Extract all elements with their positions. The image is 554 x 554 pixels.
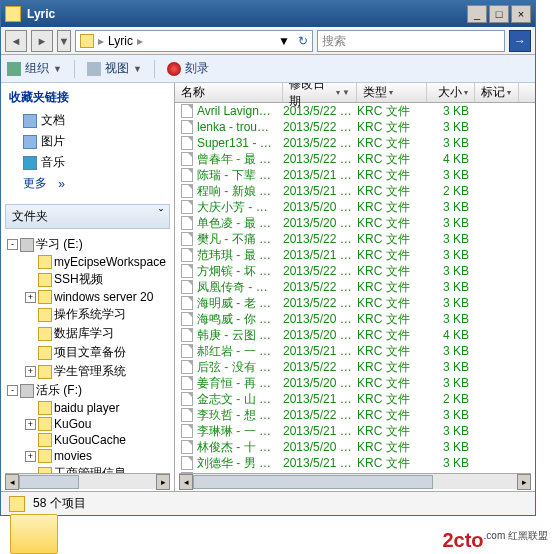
file-name: 方炯镔 - 坏 … — [197, 263, 283, 280]
file-rows[interactable]: Avril Lavign…2013/5/22 …KRC 文件3 KBlenka … — [175, 103, 535, 473]
column-headers: 名称 修改日期▾▼ 类型▾ 大小▾ 标记▾ — [175, 83, 535, 103]
tree-node[interactable]: +windows server 20 — [7, 289, 170, 305]
minimize-button[interactable]: _ — [467, 5, 487, 23]
tree-node[interactable]: -学习 (E:) — [7, 235, 170, 254]
file-date: 2013/5/21 … — [283, 168, 357, 182]
breadcrumb[interactable]: ▸ Lyric ▸ ▼ ↻ — [75, 30, 313, 52]
file-row[interactable]: 陈瑞 - 下辈 …2013/5/21 …KRC 文件3 KB — [175, 167, 535, 183]
watermark: 2cto.com 红黑联盟 — [442, 529, 548, 552]
fav-more[interactable]: 更多 » — [9, 173, 166, 194]
fav-music[interactable]: 音乐 — [9, 152, 166, 173]
go-button[interactable]: → — [509, 30, 531, 52]
file-name: Super131 - … — [197, 136, 283, 150]
file-row[interactable]: lenka - trou…2013/5/22 …KRC 文件3 KB — [175, 119, 535, 135]
scroll-thumb[interactable] — [193, 475, 433, 489]
tree-node[interactable]: SSH视频 — [7, 270, 170, 289]
expand-icon[interactable]: + — [25, 451, 36, 462]
file-row[interactable]: 海鸣威 - 你 …2013/5/20 …KRC 文件3 KB — [175, 311, 535, 327]
file-row[interactable]: Super131 - …2013/5/22 …KRC 文件3 KB — [175, 135, 535, 151]
col-size[interactable]: 大小▾ — [427, 83, 475, 102]
expand-icon[interactable]: + — [25, 419, 36, 430]
file-type: KRC 文件 — [357, 375, 427, 392]
file-size: 3 KB — [427, 360, 475, 374]
tree-node[interactable]: 操作系统学习 — [7, 305, 170, 324]
folder-icon — [38, 308, 52, 322]
file-size: 2 KB — [427, 184, 475, 198]
tree-label: SSH视频 — [54, 271, 103, 288]
file-row[interactable]: 郝红岩 - 一 …2013/5/21 …KRC 文件3 KB — [175, 343, 535, 359]
col-date[interactable]: 修改日期▾▼ — [283, 83, 357, 102]
file-row[interactable]: 姜育恒 - 再 …2013/5/20 …KRC 文件3 KB — [175, 375, 535, 391]
list-scrollbar[interactable]: ◂ ▸ — [179, 473, 531, 489]
tree-node[interactable]: +学生管理系统 — [7, 362, 170, 381]
file-row[interactable]: 刘德华 - 男 …2013/5/21 …KRC 文件3 KB — [175, 455, 535, 471]
refresh-icon[interactable]: ↻ — [298, 34, 308, 48]
folder-tree[interactable]: -学习 (E:)myEcipseWorkspaceSSH视频+windows s… — [1, 233, 174, 473]
breadcrumb-dropdown[interactable]: ▼ — [278, 34, 290, 48]
file-date: 2013/5/20 … — [283, 376, 357, 390]
file-name: 姜育恒 - 再 … — [197, 375, 283, 392]
file-row[interactable]: 大庆小芳 - …2013/5/20 …KRC 文件3 KB — [175, 199, 535, 215]
folder-icon — [80, 34, 94, 48]
file-row[interactable]: 后弦 - 没有 …2013/5/22 …KRC 文件3 KB — [175, 359, 535, 375]
collapse-icon[interactable]: ˇ — [159, 208, 163, 225]
file-row[interactable]: 金志文 - 山 …2013/5/21 …KRC 文件2 KB — [175, 391, 535, 407]
file-row[interactable]: 李玖哲 - 想 …2013/5/22 …KRC 文件3 KB — [175, 407, 535, 423]
tree-node[interactable]: baidu player — [7, 400, 170, 416]
fav-pictures[interactable]: 图片 — [9, 131, 166, 152]
file-icon — [181, 200, 193, 214]
fav-documents[interactable]: 文档 — [9, 110, 166, 131]
file-date: 2013/5/20 … — [283, 200, 357, 214]
file-type: KRC 文件 — [357, 455, 427, 472]
back-button[interactable]: ◄ — [5, 30, 27, 52]
forward-button[interactable]: ► — [31, 30, 53, 52]
file-date: 2013/5/22 … — [283, 104, 357, 118]
tree-node[interactable]: 数据库学习 — [7, 324, 170, 343]
tree-node[interactable]: 项目文章备份 — [7, 343, 170, 362]
scroll-right-icon[interactable]: ▸ — [517, 474, 531, 490]
file-row[interactable]: 海明威 - 老 …2013/5/22 …KRC 文件3 KB — [175, 295, 535, 311]
tree-node[interactable]: KuGouCache — [7, 432, 170, 448]
organize-button[interactable]: 组织▼ — [7, 60, 62, 77]
tree-node[interactable]: -活乐 (F:) — [7, 381, 170, 400]
folders-header[interactable]: 文件夹ˇ — [5, 204, 170, 229]
expand-icon[interactable]: - — [7, 239, 18, 250]
scroll-left-icon[interactable]: ◂ — [179, 474, 193, 490]
tree-scrollbar[interactable]: ◂ ▸ — [5, 473, 170, 489]
tree-label: 学习 (E:) — [36, 236, 83, 253]
burn-button[interactable]: 刻录 — [167, 60, 209, 77]
file-row[interactable]: 单色凌 - 最 …2013/5/20 …KRC 文件3 KB — [175, 215, 535, 231]
search-input[interactable]: 搜索 — [317, 30, 505, 52]
expand-icon[interactable]: + — [25, 292, 36, 303]
file-row[interactable]: 韩庚 - 云图 …2013/5/20 …KRC 文件4 KB — [175, 327, 535, 343]
file-row[interactable]: 樊凡 - 不痛 …2013/5/22 …KRC 文件3 KB — [175, 231, 535, 247]
scroll-thumb[interactable] — [19, 475, 79, 489]
file-row[interactable]: 曾春年 - 最 …2013/5/22 …KRC 文件4 KB — [175, 151, 535, 167]
file-date: 2013/5/21 … — [283, 248, 357, 262]
tree-node[interactable]: +movies — [7, 448, 170, 464]
titlebar[interactable]: Lyric _ □ × — [1, 1, 535, 27]
file-row[interactable]: 凤凰传奇 - …2013/5/22 …KRC 文件3 KB — [175, 279, 535, 295]
file-row[interactable]: 方炯镔 - 坏 …2013/5/22 …KRC 文件3 KB — [175, 263, 535, 279]
file-row[interactable]: 李琳琳 - 一 …2013/5/21 …KRC 文件3 KB — [175, 423, 535, 439]
file-row[interactable]: 程响 - 新娘 …2013/5/21 …KRC 文件2 KB — [175, 183, 535, 199]
tree-node[interactable]: +KuGou — [7, 416, 170, 432]
col-mark[interactable]: 标记▾ — [475, 83, 519, 102]
col-name[interactable]: 名称 — [175, 83, 283, 102]
history-dropdown[interactable]: ▼ — [57, 30, 71, 52]
maximize-button[interactable]: □ — [489, 5, 509, 23]
file-row[interactable]: 范玮琪 - 最 …2013/5/21 …KRC 文件3 KB — [175, 247, 535, 263]
tree-node[interactable]: 工商管理信息 — [7, 464, 170, 473]
scroll-left-icon[interactable]: ◂ — [5, 474, 19, 490]
file-row[interactable]: Avril Lavign…2013/5/22 …KRC 文件3 KB — [175, 103, 535, 119]
views-button[interactable]: 视图▼ — [87, 60, 142, 77]
col-type[interactable]: 类型▾ — [357, 83, 427, 102]
file-row[interactable]: 林俊杰 - 十 …2013/5/20 …KRC 文件3 KB — [175, 439, 535, 455]
scroll-right-icon[interactable]: ▸ — [156, 474, 170, 490]
expand-icon[interactable]: - — [7, 385, 18, 396]
expand-icon[interactable]: + — [25, 366, 36, 377]
file-date: 2013/5/22 … — [283, 408, 357, 422]
close-button[interactable]: × — [511, 5, 531, 23]
breadcrumb-segment[interactable]: Lyric — [108, 34, 133, 48]
tree-node[interactable]: myEcipseWorkspace — [7, 254, 170, 270]
